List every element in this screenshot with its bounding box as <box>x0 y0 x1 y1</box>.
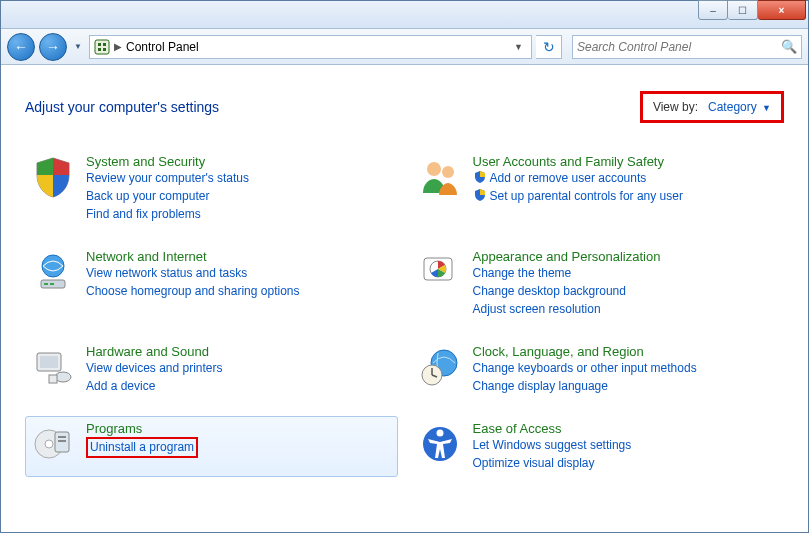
svg-rect-16 <box>49 375 57 383</box>
category-ease-of-access[interactable]: Ease of Access Let Windows suggest setti… <box>412 416 785 477</box>
link-add-device[interactable]: Add a device <box>86 378 155 395</box>
svg-rect-24 <box>58 436 66 438</box>
link-windows-suggest[interactable]: Let Windows suggest settings <box>473 437 632 454</box>
search-icon: 🔍 <box>781 39 797 54</box>
address-dropdown[interactable]: ▼ <box>510 42 527 52</box>
category-user-accounts[interactable]: User Accounts and Family Safety Add or r… <box>412 149 785 228</box>
link-display-language[interactable]: Change display language <box>473 378 608 395</box>
minimize-button[interactable]: – <box>698 0 728 20</box>
users-icon <box>417 154 463 200</box>
history-dropdown[interactable]: ▼ <box>71 35 85 59</box>
link-screen-resolution[interactable]: Adjust screen resolution <box>473 301 601 318</box>
arrow-right-icon: → <box>46 39 60 55</box>
category-grid: System and Security Review your computer… <box>25 149 784 477</box>
link-uninstall-program[interactable]: Uninstall a program <box>86 437 198 458</box>
link-change-theme[interactable]: Change the theme <box>473 265 572 282</box>
svg-point-6 <box>442 166 454 178</box>
category-title[interactable]: Network and Internet <box>86 249 299 264</box>
ease-of-access-icon <box>417 421 463 467</box>
uac-shield-icon <box>473 188 487 202</box>
link-homegroup[interactable]: Choose homegroup and sharing options <box>86 283 299 300</box>
category-network[interactable]: Network and Internet View network status… <box>25 244 398 323</box>
category-title[interactable]: User Accounts and Family Safety <box>473 154 683 169</box>
category-title[interactable]: Hardware and Sound <box>86 344 223 359</box>
svg-rect-1 <box>98 43 101 46</box>
svg-rect-0 <box>95 40 109 54</box>
view-by-label: View by: <box>653 100 698 114</box>
back-button[interactable]: ← <box>7 33 35 61</box>
view-by-control[interactable]: View by: Category ▼ <box>640 91 784 123</box>
chevron-down-icon: ▼ <box>762 103 771 113</box>
link-keyboards[interactable]: Change keyboards or other input methods <box>473 360 697 377</box>
svg-rect-9 <box>44 283 48 285</box>
search-box[interactable]: 🔍 <box>572 35 802 59</box>
category-title[interactable]: Programs <box>86 421 198 436</box>
category-clock-language[interactable]: Clock, Language, and Region Change keybo… <box>412 339 785 400</box>
search-input[interactable] <box>577 40 781 54</box>
category-system-security[interactable]: System and Security Review your computer… <box>25 149 398 228</box>
maximize-button[interactable]: ☐ <box>728 0 758 20</box>
programs-icon <box>30 421 76 467</box>
breadcrumb-label[interactable]: Control Panel <box>126 40 199 54</box>
shield-icon <box>30 154 76 200</box>
refresh-button[interactable]: ↻ <box>536 35 562 59</box>
link-optimize-display[interactable]: Optimize visual display <box>473 455 595 472</box>
navbar: ← → ▼ ▶ Control Panel ▼ ↻ 🔍 <box>1 29 808 65</box>
forward-button[interactable]: → <box>39 33 67 61</box>
category-title[interactable]: Clock, Language, and Region <box>473 344 697 359</box>
svg-rect-25 <box>58 440 66 442</box>
link-review-status[interactable]: Review your computer's status <box>86 170 249 187</box>
svg-rect-3 <box>98 48 101 51</box>
svg-point-7 <box>42 255 64 277</box>
link-backup[interactable]: Back up your computer <box>86 188 209 205</box>
category-programs[interactable]: Programs Uninstall a program <box>25 416 398 477</box>
arrow-left-icon: ← <box>14 39 28 55</box>
category-appearance[interactable]: Appearance and Personalization Change th… <box>412 244 785 323</box>
uac-shield-icon <box>473 170 487 184</box>
category-title[interactable]: Ease of Access <box>473 421 632 436</box>
svg-rect-14 <box>40 356 58 368</box>
svg-rect-10 <box>50 283 54 285</box>
appearance-icon <box>417 249 463 295</box>
link-add-remove-users[interactable]: Add or remove user accounts <box>473 170 647 187</box>
link-find-fix[interactable]: Find and fix problems <box>86 206 201 223</box>
close-button[interactable]: × <box>758 0 806 20</box>
page-title: Adjust your computer's settings <box>25 99 219 115</box>
svg-rect-2 <box>103 43 106 46</box>
content-area: Adjust your computer's settings View by:… <box>1 65 808 532</box>
titlebar: – ☐ × <box>1 1 808 29</box>
svg-point-27 <box>436 430 443 437</box>
refresh-icon: ↻ <box>543 39 555 55</box>
svg-rect-4 <box>103 48 106 51</box>
category-hardware[interactable]: Hardware and Sound View devices and prin… <box>25 339 398 400</box>
control-panel-window: – ☐ × ← → ▼ ▶ Control Panel ▼ ↻ 🔍 <box>0 0 809 533</box>
link-parental-controls[interactable]: Set up parental controls for any user <box>473 188 683 205</box>
clock-globe-icon <box>417 344 463 390</box>
svg-point-5 <box>427 162 441 176</box>
heading-row: Adjust your computer's settings View by:… <box>25 91 784 123</box>
link-network-status[interactable]: View network status and tasks <box>86 265 247 282</box>
hardware-icon <box>30 344 76 390</box>
link-desktop-background[interactable]: Change desktop background <box>473 283 626 300</box>
control-panel-icon <box>94 39 110 55</box>
address-bar[interactable]: ▶ Control Panel ▼ <box>89 35 532 59</box>
view-by-value[interactable]: Category <box>708 100 757 114</box>
link-devices-printers[interactable]: View devices and printers <box>86 360 223 377</box>
svg-point-22 <box>45 440 53 448</box>
globe-network-icon <box>30 249 76 295</box>
chevron-right-icon: ▶ <box>114 41 122 52</box>
category-title[interactable]: Appearance and Personalization <box>473 249 661 264</box>
category-title[interactable]: System and Security <box>86 154 249 169</box>
window-controls: – ☐ × <box>698 0 806 20</box>
